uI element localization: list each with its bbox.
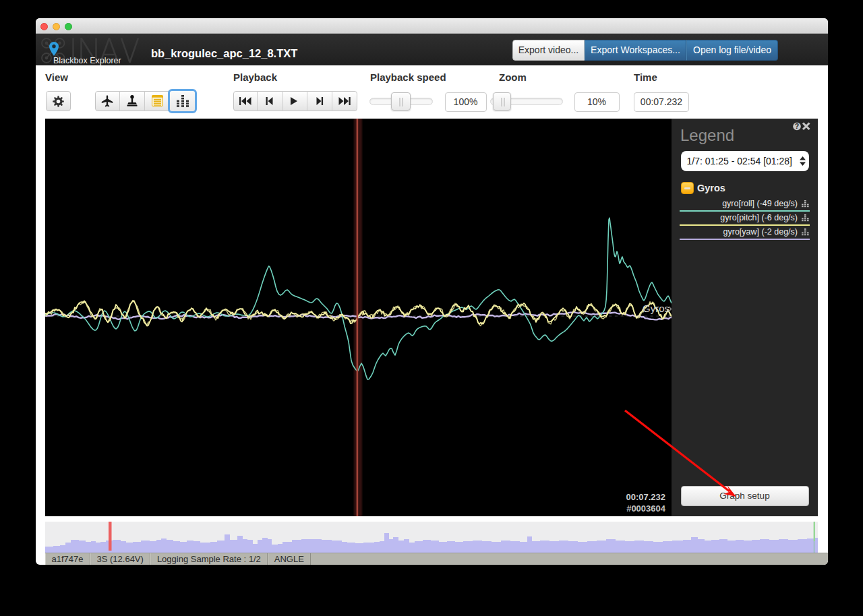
svg-text:?: ?: [795, 122, 799, 130]
svg-text:00:07.232: 00:07.232: [626, 492, 665, 502]
svg-text:Gyros: Gyros: [643, 303, 669, 314]
svg-text:#0003604: #0003604: [626, 503, 666, 514]
